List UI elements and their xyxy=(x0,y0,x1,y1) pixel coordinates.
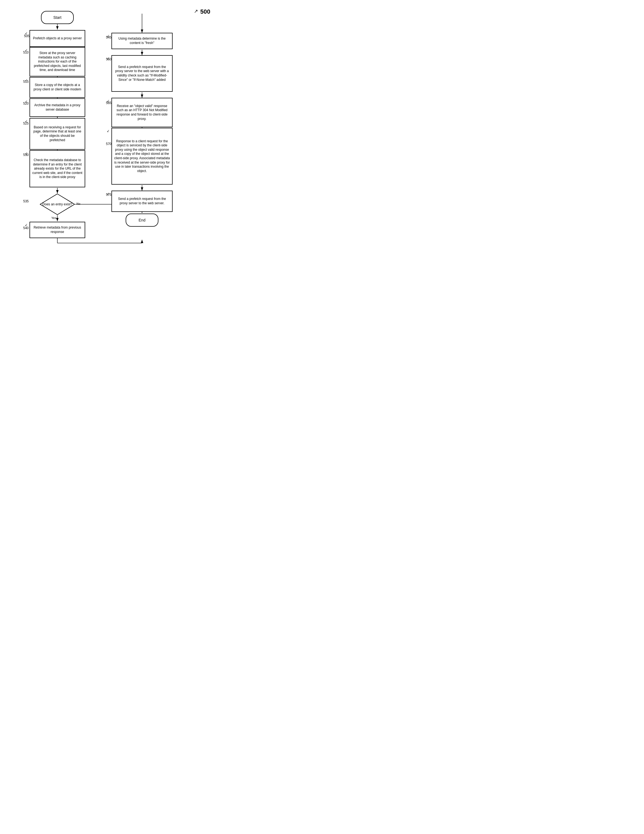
squiggle-540: ↙ xyxy=(25,223,28,227)
squiggle-545: ↙ xyxy=(107,34,109,38)
figure-number: 500 xyxy=(200,8,210,15)
box-570: Response to a client request for the obj… xyxy=(112,128,173,184)
box-545: Using metadata determine is the content … xyxy=(112,33,173,49)
box-510: Store at the proxy server metadata such … xyxy=(29,47,85,76)
squiggle-560: ↙ xyxy=(107,56,109,60)
squiggle-510: ↙ xyxy=(25,48,28,52)
yes-label: Yes xyxy=(51,216,56,220)
label-570: 570 xyxy=(106,142,112,146)
box-540: Retrieve metadata from previous response xyxy=(29,222,85,238)
start-node: Start xyxy=(41,11,74,24)
squiggle-530: ↙ xyxy=(25,151,28,155)
diamond-535-text: Does an entry exist? xyxy=(40,193,75,215)
diamond-535: Does an entry exist? xyxy=(40,193,75,215)
box-525: Based on receiving a request for page, d… xyxy=(29,118,85,150)
figure-arrow: ↗ xyxy=(194,8,198,14)
squiggle-525: ↙ xyxy=(25,119,28,123)
box-515: Store a copy of the objects at a proxy c… xyxy=(29,77,85,98)
squiggle-575: ↙ xyxy=(107,191,109,196)
box-560: Send a prefetch request from the proxy s… xyxy=(112,55,173,92)
box-565: Receive an "object valid" response such … xyxy=(112,98,173,127)
squiggle-515: ↙ xyxy=(25,78,28,82)
squiggle-570: ↙ xyxy=(107,129,109,133)
box-520: Archive the metadata in a proxy server d… xyxy=(29,98,85,117)
squiggle-505: ↙ xyxy=(25,31,28,35)
label-535: 535 xyxy=(23,199,29,203)
squiggle-520: ↙ xyxy=(25,99,28,103)
box-530: Check the metadata database to determine… xyxy=(29,150,85,187)
end-node: End xyxy=(126,213,159,227)
squiggle-565: ↙ xyxy=(107,99,109,103)
box-505: Prefetch objects at a proxy server xyxy=(29,30,85,47)
no-label: No xyxy=(76,202,80,205)
box-575: Send a prefetch request from the proxy s… xyxy=(112,191,173,212)
